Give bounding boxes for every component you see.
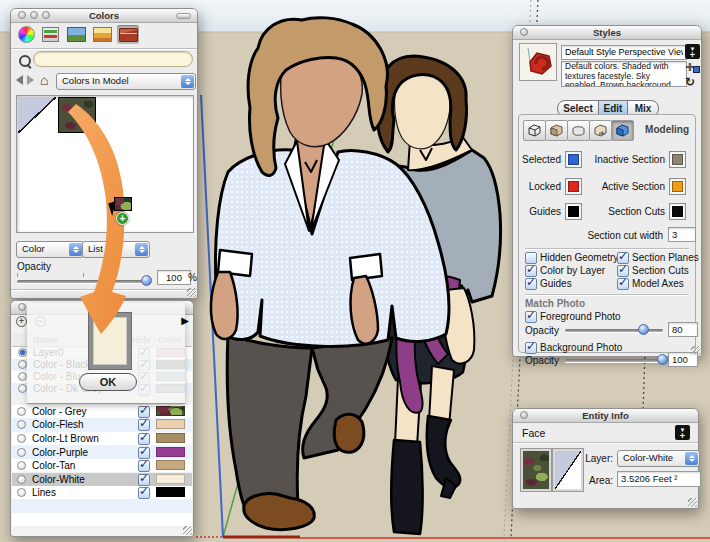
zoom-icon[interactable] [42,11,50,19]
colors-titlebar[interactable]: Colors [11,9,197,23]
guides-checkbox[interactable] [525,278,537,290]
inactive-section-color-well[interactable] [669,151,686,168]
section-cuts-label: Section Cuts [632,265,689,276]
layer-color-swatch[interactable] [156,487,185,497]
image-palettes-icon[interactable] [65,25,87,44]
list-dropdown[interactable]: List [82,241,150,258]
section-cut-width-field[interactable]: 3 [668,227,696,242]
color-dropdown[interactable]: Color [16,241,84,258]
paint-style-icon[interactable]: ✚ [685,61,694,74]
opacity-slider[interactable] [17,280,151,283]
active-section-color-well[interactable] [669,178,686,195]
layer-visible-checkbox[interactable] [138,487,150,499]
area-value-field[interactable]: 3.5206 Feet ² [617,471,701,487]
ok-button[interactable]: OK [79,373,137,391]
material-swatch-periwinkle[interactable] [18,97,56,133]
layer-radio[interactable] [18,360,27,369]
collapse-widget[interactable] [176,13,191,19]
layer-color-swatch[interactable] [156,406,185,416]
back-icon[interactable] [16,75,23,85]
picked-color-swatch[interactable] [89,313,131,369]
opacity-value-field[interactable]: 100 [157,270,191,285]
styles-titlebar[interactable]: Styles [513,26,701,40]
layer-row[interactable]: Color-Flesh [12,418,192,431]
edge-settings-icon[interactable] [523,120,546,141]
search-input[interactable] [33,51,193,67]
layer-radio[interactable] [17,475,26,484]
layer-color-swatch[interactable] [156,433,185,443]
close-icon[interactable] [18,303,26,311]
style-description[interactable]: Default colors. Shaded with textures fac… [561,61,687,87]
bg-opacity-slider[interactable] [565,359,663,362]
resize-grip-icon[interactable] [183,526,192,535]
layer-radio[interactable] [17,488,26,497]
layer-radio[interactable] [18,348,27,357]
layer-name[interactable]: Color-Lt Brown [32,432,99,445]
resize-grip-icon[interactable] [688,498,697,507]
layer-radio[interactable] [17,407,26,416]
face-settings-icon[interactable] [545,120,568,141]
layer-row-selected[interactable]: Color-White [12,473,192,486]
color-wheel-icon[interactable] [15,25,37,44]
close-icon[interactable] [520,28,528,36]
layer-row[interactable]: Color-Tan [12,459,192,472]
layer-radio[interactable] [17,461,26,470]
home-icon[interactable]: ⌂ [40,73,48,87]
layer-name[interactable]: Color-Flesh [32,418,84,431]
swatch-well[interactable] [16,95,194,233]
opacity-slider-thumb[interactable] [141,275,152,286]
layer-color-swatch[interactable] [156,474,185,484]
section-cuts-color-well[interactable] [669,203,686,220]
close-icon[interactable] [18,11,26,19]
minimize-icon[interactable] [30,11,38,19]
collection-dropdown[interactable]: Colors In Model [56,73,196,90]
colors-panel-title: Colors [89,10,119,21]
layer-row[interactable]: Color-Purple [12,446,192,459]
forward-icon[interactable] [27,75,34,85]
background-photo-checkbox[interactable] [525,342,537,354]
entity-info-titlebar[interactable]: Entity Info [513,409,698,423]
layer-name[interactable]: Color - Grey [32,405,86,418]
model-axes-checkbox[interactable] [617,278,629,290]
bg-opacity-thumb[interactable] [657,354,668,365]
detail-arrow-icon[interactable]: ▶ [181,315,189,326]
expand-panel-icon[interactable]: ▼+ [675,425,690,440]
layer-radio[interactable] [17,448,26,457]
watermark-settings-icon[interactable]: ok [589,120,612,141]
style-thumbnail[interactable] [519,43,557,81]
textures-brick-icon[interactable] [117,25,139,44]
close-icon[interactable] [520,411,528,419]
material-swatch-camo[interactable] [58,97,96,133]
fg-opacity-field[interactable]: 80 [668,322,698,337]
layer-name[interactable]: Lines [32,486,56,499]
layer-color-swatch[interactable] [156,460,185,470]
layer-row[interactable]: Color - Grey [12,405,192,418]
resize-grip-icon[interactable] [187,288,196,297]
layer-color-swatch[interactable] [156,419,185,429]
layer-radio[interactable] [17,420,26,429]
styles-panel: Styles Default colors. Shaded with textu… [512,25,702,357]
style-name-field[interactable] [561,45,687,60]
dropdown-stepper-icon [181,75,194,88]
foreground-photo-checkbox[interactable] [525,311,537,323]
add-layer-icon[interactable]: + [16,316,27,327]
layer-radio[interactable] [18,372,27,381]
background-settings-icon[interactable] [567,120,590,141]
layer-name[interactable]: Color-Purple [32,446,88,459]
modeling-settings-icon[interactable] [611,120,634,141]
layer-row[interactable]: Color-Lt Brown [12,432,192,445]
refresh-icon[interactable]: ↻ [685,75,695,89]
update-style-icon[interactable]: ▼+ [685,44,700,59]
crayons-icon[interactable] [91,25,113,44]
layer-row[interactable]: Lines [12,486,192,499]
entity-layer-dropdown[interactable]: Color-White [617,450,700,467]
layer-radio[interactable] [17,434,26,443]
front-material-swatch[interactable] [521,449,551,491]
resize-grip-icon[interactable] [691,346,700,355]
layer-color-swatch[interactable] [156,447,185,457]
fg-opacity-thumb[interactable] [638,324,649,335]
layer-name[interactable]: Color-Tan [32,459,75,472]
color-sliders-icon[interactable] [39,25,61,44]
layer-name[interactable]: Color-White [32,473,85,486]
layer-radio[interactable] [18,384,27,393]
